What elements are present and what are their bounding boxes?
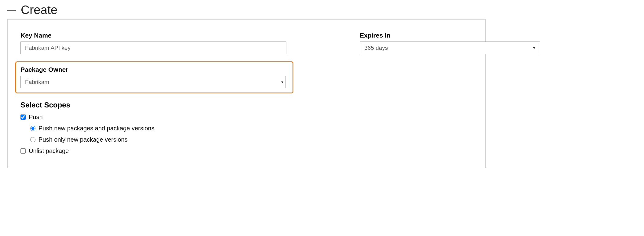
expires-select-wrapper: 365 days ▼ <box>360 42 540 54</box>
key-name-input[interactable] <box>20 42 286 54</box>
key-name-label: Key Name <box>20 32 286 39</box>
push-new-label[interactable]: Push new packages and package versions <box>39 125 154 132</box>
package-owner-select-wrapper: Fabrikam ▼ <box>20 76 288 88</box>
scope-unlist-row: Unlist package <box>20 147 473 154</box>
push-label[interactable]: Push <box>29 114 43 121</box>
key-name-group: Key Name <box>20 32 286 54</box>
push-checkbox[interactable] <box>20 114 26 120</box>
package-owner-select[interactable]: Fabrikam <box>20 76 285 88</box>
scope-push-row: Push <box>20 114 473 121</box>
expires-group: Expires In 365 days ▼ <box>360 32 540 54</box>
expires-label: Expires In <box>360 32 540 39</box>
push-new-row: Push new packages and package versions <box>30 125 473 132</box>
push-new-radio[interactable] <box>30 126 35 131</box>
push-versions-radio[interactable] <box>30 137 35 142</box>
form-row-1: Key Name Expires In 365 days ▼ <box>20 32 473 54</box>
unlist-label[interactable]: Unlist package <box>29 147 69 154</box>
push-versions-row: Push only new package versions <box>30 136 473 143</box>
expires-select[interactable]: 365 days <box>360 42 540 54</box>
package-owner-group: Package Owner Fabrikam ▼ <box>15 61 293 93</box>
push-subgroup: Push new packages and package versions P… <box>30 125 473 143</box>
scopes-heading: Select Scopes <box>20 101 473 109</box>
unlist-checkbox[interactable] <box>20 148 26 154</box>
section-header: — Create <box>7 3 637 17</box>
package-owner-label: Package Owner <box>20 66 288 73</box>
push-versions-label[interactable]: Push only new package versions <box>39 136 127 143</box>
create-panel: Key Name Expires In 365 days ▼ Package O… <box>7 19 486 168</box>
section-title: Create <box>21 3 57 17</box>
collapse-icon[interactable]: — <box>7 6 16 14</box>
